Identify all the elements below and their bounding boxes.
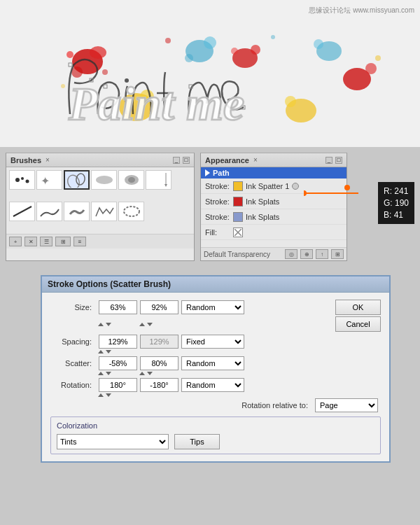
brush-item[interactable] [146, 170, 172, 190]
fill-color-box[interactable] [233, 227, 243, 237]
brush-menu-button[interactable]: ☰ [40, 237, 52, 246]
brush-options-button[interactable]: ⊞ [55, 237, 71, 246]
spacing-input-1[interactable] [99, 335, 137, 349]
appearance-panel: Appearance × _ □ Path Stroke: Ink Spatte… [200, 153, 347, 261]
arrow-down-icon[interactable] [147, 323, 153, 326]
spacing-arrows-row [50, 350, 381, 354]
spacing-arrows[interactable] [98, 350, 111, 354]
cancel-button[interactable]: Cancel [335, 316, 381, 332]
appearance-panel-title: Appearance [205, 156, 249, 164]
brush-item[interactable] [91, 170, 117, 190]
appearance-maximize-button[interactable]: □ [335, 157, 342, 164]
arrow-up-icon[interactable] [98, 350, 104, 354]
size-input-2[interactable] [140, 300, 178, 314]
appearance-footer-btn-3[interactable]: ↑ [316, 249, 328, 259]
size-input-1[interactable] [99, 300, 137, 314]
size-up-arrow-2[interactable] [139, 323, 153, 326]
svg-point-20 [165, 38, 171, 43]
arrow-up-icon[interactable] [98, 323, 104, 326]
rotation-dropdown[interactable]: Random Fixed [181, 378, 244, 392]
arrow-up-icon[interactable] [139, 372, 145, 375]
scatter-arrows-1[interactable] [98, 372, 111, 375]
stroke-label-3: Stroke: [205, 213, 233, 221]
new-brush-button[interactable]: + [9, 237, 22, 246]
arrow-down-icon[interactable] [147, 372, 153, 375]
ok-button[interactable]: OK [335, 300, 381, 315]
brush-view-button[interactable]: ≡ [74, 237, 86, 246]
colorization-method-dropdown[interactable]: Tints Tints and Shades Hue Shift None [57, 434, 169, 449]
appearance-footer-btn-2[interactable]: ⊕ [300, 249, 313, 259]
spacing-input-2 [140, 335, 178, 349]
arrow-down-icon[interactable] [106, 393, 111, 397]
svg-point-21 [271, 35, 275, 39]
appearance-minimize-button[interactable]: _ [326, 157, 332, 164]
rotation-arrows-row [50, 393, 381, 397]
brush-item[interactable] [118, 170, 144, 190]
stroke-color-1[interactable] [233, 181, 243, 191]
scatter-input-2[interactable] [140, 356, 178, 370]
svg-point-38 [75, 173, 85, 186]
paint-text-svg: Paint me Paint me [28, 23, 392, 139]
scatter-arrows-2[interactable] [139, 372, 153, 375]
brushes-minimize-button[interactable]: _ [173, 157, 180, 164]
brushes-toolbar: + ✕ ☰ ⊞ ≡ [6, 234, 194, 248]
brushes-panel-header: Brushes × _ □ [6, 153, 194, 167]
rgb-tooltip: R: 241 G: 190 B: 41 [378, 182, 414, 224]
rotation-input-2[interactable] [140, 378, 178, 392]
brushes-close-icon[interactable]: × [46, 156, 50, 164]
brush-item-selected[interactable] [64, 170, 90, 190]
tips-button[interactable]: Tips [174, 434, 220, 449]
arrow-down-icon[interactable] [106, 323, 111, 326]
spacing-label: Spacing: [50, 337, 96, 346]
stroke-color-2[interactable] [233, 197, 243, 206]
brush-item[interactable] [118, 202, 144, 221]
appearance-footer-btn-4[interactable]: ⊞ [331, 249, 344, 259]
connector-dot [344, 185, 350, 190]
stroke-value-1: Ink Spatter 1 [246, 182, 289, 190]
brush-item[interactable] [9, 170, 35, 190]
colorization-row: Tints Tints and Shades Hue Shift None Ti… [57, 434, 374, 449]
size-label: Size: [50, 303, 96, 312]
arrow-up-icon[interactable] [139, 323, 145, 326]
rotation-relative-dropdown[interactable]: Page Path [315, 398, 378, 412]
svg-point-43 [124, 206, 139, 216]
spacing-dropdown[interactable]: Fixed Random [181, 335, 244, 349]
brush-item[interactable] [9, 202, 35, 221]
arrow-up-icon[interactable] [98, 372, 104, 375]
size-dropdown[interactable]: Random Fixed Pressure [181, 300, 244, 314]
appearance-path-label: Path [213, 169, 230, 177]
brush-item[interactable] [91, 202, 117, 221]
stroke-color-3[interactable] [233, 212, 243, 222]
scatter-dropdown[interactable]: Random Fixed [181, 356, 244, 370]
brush-item[interactable]: ✦ [36, 170, 62, 190]
brushes-maximize-button[interactable]: □ [183, 157, 190, 164]
stroke-label-1: Stroke: [205, 182, 233, 190]
appearance-panel-controls: _ □ [326, 157, 342, 164]
brush-item[interactable] [36, 202, 62, 221]
colorization-section: Colorization Tints Tints and Shades Hue … [50, 416, 381, 454]
svg-point-37 [66, 174, 81, 188]
appearance-close-icon[interactable]: × [253, 156, 258, 164]
dialog-header: Stroke Options (Scatter Brush) [42, 276, 389, 293]
scatter-input-1[interactable] [99, 356, 137, 370]
appearance-fill-row: Fill: [201, 225, 346, 240]
size-up-arrow-1[interactable] [98, 323, 111, 326]
arrow-down-icon[interactable] [106, 372, 111, 375]
svg-text:✦: ✦ [41, 175, 50, 187]
svg-rect-26 [69, 63, 72, 66]
arrow-down-icon[interactable] [106, 350, 111, 354]
svg-point-19 [314, 39, 323, 49]
svg-point-9 [365, 63, 377, 74]
appearance-footer-btn-1[interactable]: ◎ [285, 249, 298, 259]
size-arrows-row: Cancel [50, 316, 381, 332]
rotation-arrows[interactable] [98, 393, 111, 397]
delete-brush-button[interactable]: ✕ [24, 237, 37, 246]
svg-point-3 [66, 51, 74, 58]
colorization-label: Colorization [57, 421, 374, 430]
stroke-options-dialog: Stroke Options (Scatter Brush) Size: Ran… [41, 275, 391, 463]
scatter-arrows-row [50, 372, 381, 375]
rotation-input-1[interactable] [99, 378, 137, 392]
brush-item[interactable] [64, 202, 90, 221]
svg-point-4 [102, 69, 108, 75]
arrow-up-icon[interactable] [98, 393, 104, 397]
